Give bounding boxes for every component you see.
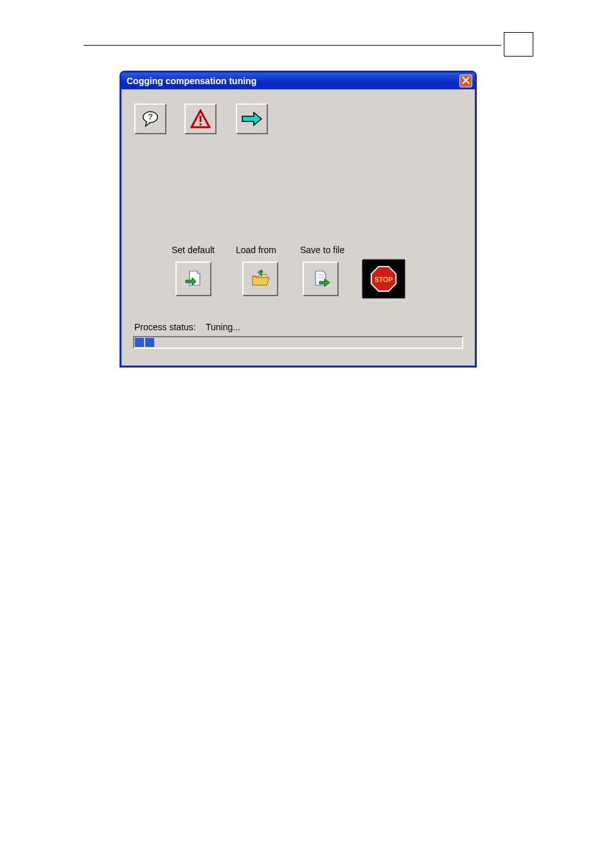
titlebar: Cogging compensation tuning <box>121 73 475 89</box>
document-default-icon <box>183 269 204 289</box>
svg-text:STOP: STOP <box>375 276 393 283</box>
client-area: ? Set default Load from Save to file <box>121 89 475 366</box>
process-status: Process status: Tuning... <box>134 322 240 332</box>
dialog-window: Cogging compensation tuning ? <box>120 71 477 368</box>
svg-rect-5 <box>317 274 324 276</box>
help-balloon-icon: ? <box>141 109 160 128</box>
svg-rect-4 <box>200 123 202 125</box>
set-default-button[interactable] <box>175 261 211 296</box>
set-default-label: Set default <box>172 245 215 255</box>
load-from-button[interactable] <box>242 261 278 296</box>
page-header-box <box>504 32 533 57</box>
document-save-icon <box>310 269 331 289</box>
page-header-line <box>84 45 501 46</box>
window-title: Cogging compensation tuning <box>127 76 459 86</box>
page-header <box>84 45 533 62</box>
save-to-file-button[interactable] <box>303 261 339 296</box>
process-status-value: Tuning... <box>206 322 240 332</box>
svg-rect-6 <box>317 277 324 278</box>
progress-segment <box>145 338 154 347</box>
load-from-label: Load from <box>236 245 276 255</box>
help-button[interactable]: ? <box>134 103 166 134</box>
svg-rect-3 <box>200 116 202 122</box>
progress-segment <box>135 338 144 347</box>
progress-bar <box>133 336 463 349</box>
warning-button[interactable] <box>184 103 217 134</box>
arrow-right-icon <box>241 111 263 127</box>
next-arrow-button[interactable] <box>236 103 268 134</box>
close-icon <box>462 75 470 87</box>
svg-text:?: ? <box>148 112 153 121</box>
save-to-file-label: Save to file <box>300 245 344 255</box>
close-button[interactable] <box>459 75 472 87</box>
stop-button[interactable]: STOP <box>362 259 405 299</box>
stop-sign-icon: STOP <box>369 264 398 294</box>
folder-open-icon <box>250 269 271 289</box>
warning-triangle-icon <box>190 109 211 128</box>
process-status-label: Process status: <box>134 322 196 332</box>
